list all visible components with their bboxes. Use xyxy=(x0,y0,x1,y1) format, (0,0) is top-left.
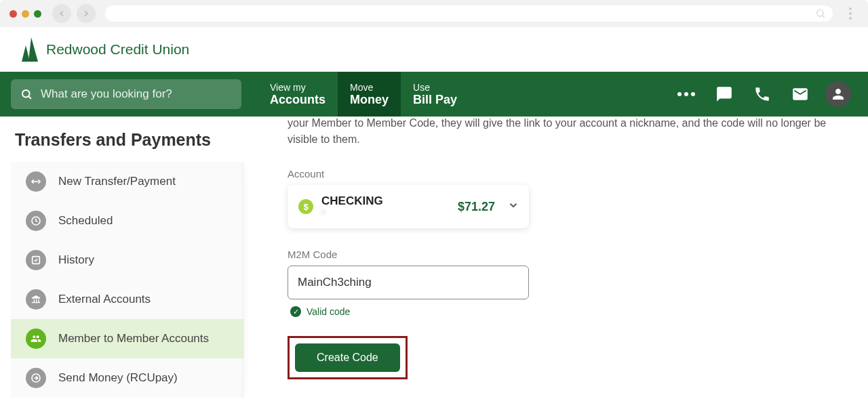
forward-button[interactable] xyxy=(77,4,96,23)
mail-icon xyxy=(791,85,809,103)
phone-icon xyxy=(753,85,771,103)
m2m-code-input[interactable] xyxy=(288,266,529,299)
intro-text: your Member to Member Code, they will gi… xyxy=(288,117,852,148)
account-number-masked: * xyxy=(321,208,450,219)
address-bar[interactable] xyxy=(105,5,833,22)
account-name: CHECKING xyxy=(321,194,450,208)
more-icon xyxy=(677,92,695,96)
site-search[interactable] xyxy=(11,79,241,109)
account-label: Account xyxy=(288,168,852,180)
nav-move-bottom: Money xyxy=(350,93,389,107)
brand-logo[interactable]: Redwood Credit Union xyxy=(20,36,189,63)
logo-mark-icon xyxy=(20,36,39,63)
sidebar-item-member-to-member[interactable]: Member to Member Accounts xyxy=(11,319,244,358)
nav-accounts-bottom: Accounts xyxy=(270,93,326,107)
clock-icon xyxy=(26,211,46,231)
valid-code-indicator: ✓ Valid code xyxy=(290,306,852,317)
minimize-window-icon[interactable] xyxy=(22,10,29,18)
sidebar-item-history[interactable]: History xyxy=(11,240,244,280)
create-code-button[interactable]: Create Code xyxy=(295,343,400,372)
check-icon: ✓ xyxy=(290,306,301,317)
svg-line-5 xyxy=(29,97,31,99)
sidebar: Transfers and Payments New Transfer/Paym… xyxy=(0,117,244,420)
svg-marker-2 xyxy=(28,37,38,62)
sidebar-item-label: Member to Member Accounts xyxy=(58,332,209,345)
nav-bill-bottom: Bill Pay xyxy=(413,93,457,107)
main-content: your Member to Member Code, they will gi… xyxy=(244,117,868,420)
svg-line-1 xyxy=(823,16,825,18)
window-controls xyxy=(9,10,41,18)
sidebar-item-new-transfer[interactable]: New Transfer/Payment xyxy=(11,162,244,201)
sidebar-item-external[interactable]: External Accounts xyxy=(11,280,244,319)
more-menu[interactable] xyxy=(667,72,705,117)
brand-name: Redwood Credit Union xyxy=(46,41,189,58)
sidebar-item-rcupay[interactable]: Send Money (RCUpay) xyxy=(11,358,244,398)
svg-point-0 xyxy=(817,10,823,16)
fullscreen-window-icon[interactable] xyxy=(34,10,41,18)
nav-move-money[interactable]: Move Money xyxy=(338,72,401,117)
mail-button[interactable] xyxy=(781,72,819,117)
primary-nav: View my Accounts Move Money Use Bill Pay xyxy=(0,72,868,117)
sidebar-item-label: Send Money (RCUpay) xyxy=(58,371,178,385)
sidebar-heading: Transfers and Payments xyxy=(0,126,244,162)
history-icon xyxy=(26,250,46,270)
sidebar-item-scheduled[interactable]: Scheduled xyxy=(11,201,244,240)
avatar-icon xyxy=(825,81,851,107)
close-window-icon[interactable] xyxy=(9,10,17,18)
bank-icon xyxy=(26,289,46,310)
create-code-highlight: Create Code xyxy=(288,336,408,379)
browser-menu-icon[interactable] xyxy=(842,7,859,20)
call-button[interactable] xyxy=(743,72,781,117)
profile-button[interactable] xyxy=(819,72,857,117)
svg-point-4 xyxy=(22,90,30,98)
messages-button[interactable] xyxy=(705,72,743,117)
valid-code-text: Valid code xyxy=(307,306,350,317)
nav-bill-top: Use xyxy=(413,82,457,93)
back-button[interactable] xyxy=(52,4,71,23)
search-icon xyxy=(815,8,826,19)
m2m-code-label: M2M Code xyxy=(288,249,852,260)
svg-marker-3 xyxy=(22,45,30,62)
sidebar-item-label: New Transfer/Payment xyxy=(58,175,176,188)
nav-accounts-top: View my xyxy=(270,82,326,93)
brand-header: Redwood Credit Union xyxy=(0,27,868,72)
account-balance: $71.27 xyxy=(458,200,495,214)
nav-bill-pay[interactable]: Use Bill Pay xyxy=(401,72,469,117)
chevron-down-icon xyxy=(507,199,519,214)
browser-chrome xyxy=(0,0,868,27)
nav-accounts[interactable]: View my Accounts xyxy=(258,72,338,117)
sidebar-item-label: Scheduled xyxy=(58,214,113,228)
account-selector[interactable]: $ CHECKING * $71.27 xyxy=(288,185,529,228)
search-icon xyxy=(20,87,33,101)
search-input[interactable] xyxy=(41,87,232,101)
chat-icon xyxy=(715,85,733,103)
sidebar-item-label: History xyxy=(58,253,94,267)
dollar-icon: $ xyxy=(298,199,313,214)
send-money-icon xyxy=(26,368,46,388)
nav-move-top: Move xyxy=(350,82,389,93)
transfer-icon xyxy=(26,171,46,192)
sidebar-item-label: External Accounts xyxy=(58,293,151,306)
members-icon xyxy=(26,329,46,349)
